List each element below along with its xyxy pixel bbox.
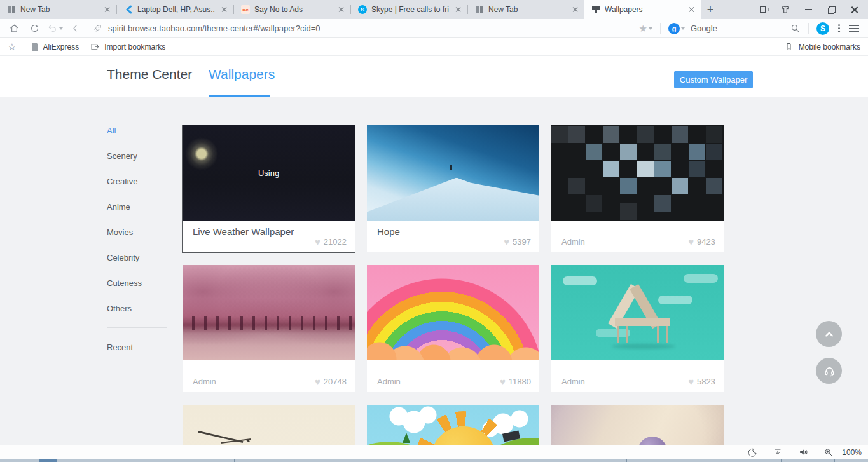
new-tab-button[interactable]	[701, 0, 720, 19]
speaker-icon	[798, 447, 809, 458]
page-icon	[32, 43, 38, 51]
wallpaper-thumbnail[interactable]	[367, 265, 539, 360]
sidebar-item-others[interactable]: Others	[107, 296, 170, 321]
wallpaper-card-hope[interactable]: Hope 5397	[367, 125, 539, 252]
chevron-down-icon[interactable]	[649, 27, 652, 30]
tab-label: Laptop Dell, HP, Asus...	[137, 5, 215, 14]
search-icon[interactable]	[790, 23, 801, 34]
restore-icon	[828, 6, 835, 13]
close-tab-icon[interactable]	[102, 4, 113, 15]
wallpaper-thumbnail[interactable]	[551, 265, 724, 360]
wallpaper-card-cubes[interactable]: Admin 9423	[551, 125, 724, 252]
wallpaper-card-blossom[interactable]: Admin 20748	[183, 265, 355, 392]
minimize-button[interactable]	[797, 0, 820, 19]
window-controls	[751, 0, 868, 19]
undo-button[interactable]	[45, 20, 65, 37]
wallpaper-title: Hope	[377, 226, 400, 237]
wallpaper-card-branch[interactable]	[183, 405, 355, 445]
wallpaper-card-rainbow[interactable]: Admin 11880	[367, 265, 539, 392]
search-box[interactable]: g Google	[668, 23, 801, 34]
star-outline-icon[interactable]	[8, 42, 16, 51]
download-manager-button[interactable]	[765, 445, 790, 459]
zoom-button[interactable]	[816, 445, 841, 459]
night-mode-button[interactable]	[740, 445, 765, 459]
mobile-bookmarks[interactable]: Mobile bookmarks	[784, 42, 860, 51]
tab-wallpapers[interactable]: Wallpapers	[209, 67, 275, 82]
back-button[interactable]	[65, 20, 85, 37]
wallpaper-thumbnail[interactable]: Using	[183, 125, 355, 221]
tab-say-no-to-ads[interactable]: uc Say No to Ads	[234, 0, 350, 19]
newtab-grid-icon	[7, 5, 16, 14]
sidebar-item-all[interactable]: All	[107, 118, 170, 143]
undo-icon	[47, 23, 58, 34]
search-engine-label[interactable]: Google	[691, 24, 717, 33]
sidebar-item-scenery[interactable]: Scenery	[107, 143, 170, 168]
tab-label: New Tab	[20, 5, 98, 14]
tab-new-tab-1[interactable]: New Tab	[0, 0, 116, 19]
taskbar-sliver[interactable]	[0, 459, 868, 462]
address-bar[interactable]: spirit.browser.taobao.com/theme-center#/…	[85, 24, 639, 33]
chevron-down-icon[interactable]	[681, 27, 685, 30]
bookmark-star-icon[interactable]	[639, 24, 647, 33]
kebab-menu-icon[interactable]	[838, 27, 840, 29]
wallpaper-thumbnail[interactable]	[183, 265, 355, 360]
url-text[interactable]: spirit.browser.taobao.com/theme-center#/…	[108, 24, 320, 33]
wallpaper-thumbnail[interactable]	[551, 405, 724, 445]
likes-count: 21022	[315, 237, 347, 247]
tab-label: New Tab	[488, 5, 566, 14]
sidebar-item-movies[interactable]: Movies	[107, 219, 170, 245]
volume-button[interactable]	[790, 445, 816, 459]
bookmark-aliexpress[interactable]: AliExpress	[32, 43, 79, 51]
google-engine-icon[interactable]: g	[668, 23, 680, 34]
home-icon	[9, 23, 20, 34]
support-button[interactable]	[816, 358, 842, 384]
tab-laptop[interactable]: Laptop Dell, HP, Asus...	[117, 0, 233, 19]
close-tab-icon[interactable]	[219, 4, 230, 15]
custom-wallpaper-button[interactable]: Custom Wallpaper	[674, 71, 753, 88]
ball-graphic	[638, 437, 667, 445]
sidebar-item-recent[interactable]: Recent	[107, 334, 133, 360]
skype-icon: S	[358, 5, 367, 14]
page-content: Theme Center Wallpapers Custom Wallpaper…	[0, 56, 868, 445]
refresh-button[interactable]	[24, 20, 45, 37]
wallpaper-card-cartoon-sun[interactable]	[367, 405, 539, 445]
heart-icon	[500, 377, 506, 386]
close-tab-icon[interactable]	[336, 4, 347, 15]
wallpaper-card-structure[interactable]: Admin 5823	[551, 265, 724, 392]
wallpaper-thumbnail[interactable]	[367, 125, 539, 221]
status-bar: 100%	[0, 445, 868, 459]
close-window-button[interactable]	[843, 0, 865, 19]
boss-key-button[interactable]	[751, 0, 774, 19]
skin-theme-button[interactable]	[774, 0, 797, 19]
card-info: Admin 5823	[551, 360, 724, 392]
uc-browser-icon: uc	[241, 5, 250, 14]
menu-icon[interactable]	[849, 25, 859, 32]
toolbar-right: g Google S	[639, 22, 862, 35]
sidebar-item-anime[interactable]: Anime	[107, 194, 170, 219]
close-tab-icon[interactable]	[453, 4, 464, 15]
restore-button[interactable]	[820, 0, 843, 19]
page-title: Theme Center	[107, 67, 192, 82]
sidebar-item-creative[interactable]: Creative	[107, 168, 170, 194]
tab-label: Wallpapers	[605, 5, 682, 14]
wallpaper-card-lavender[interactable]	[551, 405, 724, 445]
blue-chevron-icon	[124, 5, 133, 14]
back-to-top-button[interactable]	[816, 321, 842, 347]
sidebar-item-cuteness[interactable]: Cuteness	[107, 270, 170, 296]
wallpaper-card-live-weather[interactable]: Using Live Weather Wallpaper 21022	[183, 125, 355, 252]
close-tab-icon[interactable]	[687, 4, 697, 15]
wallpaper-thumbnail[interactable]	[183, 405, 355, 445]
sidebar-item-celebrity[interactable]: Celebrity	[107, 245, 170, 270]
wallpaper-thumbnail[interactable]	[367, 405, 539, 445]
home-button[interactable]	[4, 20, 24, 37]
import-bookmarks[interactable]: Import bookmarks	[90, 42, 165, 51]
wallpaper-thumbnail[interactable]	[551, 125, 724, 221]
zoom-level-label[interactable]: 100%	[842, 448, 862, 457]
boss-key-icon	[757, 6, 769, 13]
close-tab-icon[interactable]	[570, 4, 581, 15]
skype-extension-icon[interactable]: S	[816, 22, 829, 35]
tab-wallpapers-active[interactable]: Wallpapers	[584, 0, 701, 19]
tab-new-tab-2[interactable]: New Tab	[468, 0, 584, 19]
card-info: Admin 9423	[551, 221, 724, 252]
tab-skype[interactable]: S Skype | Free calls to frie...	[351, 0, 467, 19]
